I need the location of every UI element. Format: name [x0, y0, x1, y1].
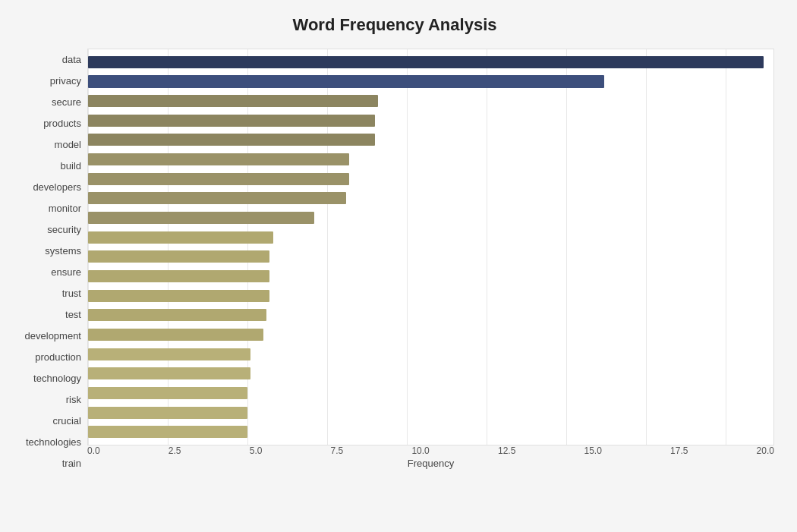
- bar-row: [88, 150, 773, 169]
- y-label: technologies: [26, 437, 81, 447]
- chart-area: dataprivacysecureproductsmodelbuilddevel…: [15, 49, 774, 474]
- y-label: crucial: [52, 416, 81, 426]
- y-label: trust: [62, 288, 81, 298]
- bar: [88, 75, 604, 87]
- x-axis-container: 0.02.55.07.510.012.515.017.520.0 Frequen…: [87, 445, 774, 474]
- plot-area: [87, 49, 774, 445]
- y-label: production: [35, 352, 81, 362]
- bar: [88, 95, 378, 107]
- bar-row: [88, 306, 773, 326]
- x-tick: 17.5: [670, 445, 688, 456]
- bar: [88, 173, 349, 185]
- bar-row: [88, 345, 773, 364]
- y-label: risk: [66, 395, 81, 405]
- bar: [88, 329, 263, 341]
- bar-row: [88, 325, 773, 345]
- y-label: developers: [33, 182, 81, 192]
- bar-row: [88, 111, 773, 131]
- bar: [88, 212, 314, 224]
- y-label: test: [65, 310, 81, 320]
- y-label: model: [55, 140, 81, 150]
- bar-row: [88, 189, 773, 209]
- bar: [88, 367, 250, 379]
- bar-row: [88, 422, 773, 442]
- bar: [88, 407, 247, 419]
- y-label: monitor: [49, 203, 81, 213]
- bar-row: [88, 286, 773, 306]
- y-label: security: [47, 225, 81, 235]
- y-label: products: [43, 118, 81, 128]
- x-tick: 12.5: [498, 445, 515, 456]
- x-tick: 7.5: [331, 445, 344, 456]
- x-tick: 20.0: [757, 445, 774, 456]
- x-tick: 2.5: [169, 445, 181, 456]
- y-label: systems: [45, 246, 81, 256]
- bar: [88, 134, 375, 146]
- bar-row: [88, 383, 773, 403]
- x-tick: 0.0: [87, 445, 100, 456]
- bar: [88, 309, 266, 321]
- x-ticks: 0.02.55.07.510.012.515.017.520.0: [87, 445, 774, 456]
- bar-row: [88, 208, 773, 228]
- y-label: ensure: [51, 267, 81, 277]
- chart-title: Word Frequency Analysis: [15, 15, 774, 35]
- bar-row: [88, 403, 773, 423]
- bar-row: [88, 169, 773, 189]
- bar: [88, 153, 349, 165]
- bar: [88, 348, 250, 360]
- bar-row: [88, 266, 773, 286]
- x-tick: 10.0: [411, 445, 429, 456]
- x-axis-label: Frequency: [87, 458, 774, 469]
- bar: [88, 250, 269, 263]
- bar-row: [88, 247, 773, 267]
- bar: [88, 270, 269, 282]
- x-tick: 15.0: [584, 445, 602, 456]
- bar-row: [88, 131, 773, 150]
- bar-row: [88, 72, 773, 92]
- y-label: build: [61, 161, 81, 171]
- x-tick: 5.0: [250, 445, 263, 456]
- bars-container: [88, 49, 773, 445]
- bar: [88, 231, 273, 244]
- chart-container: Word Frequency Analysis dataprivacysecur…: [0, 0, 797, 532]
- y-label: technology: [33, 373, 81, 383]
- bar: [88, 290, 269, 302]
- bar-row: [88, 364, 773, 384]
- y-axis: dataprivacysecureproductsmodelbuilddevel…: [15, 49, 87, 474]
- bar-row: [88, 91, 773, 111]
- bar: [88, 426, 247, 438]
- bar: [88, 387, 247, 399]
- y-label: privacy: [50, 76, 81, 86]
- y-label: train: [62, 458, 81, 468]
- bar-row: [88, 228, 773, 247]
- y-label: development: [25, 331, 81, 341]
- bar: [88, 115, 375, 127]
- bar: [88, 56, 764, 68]
- bar: [88, 192, 346, 204]
- y-label: data: [62, 55, 81, 65]
- y-label: secure: [52, 97, 81, 107]
- bar-row: [88, 52, 773, 72]
